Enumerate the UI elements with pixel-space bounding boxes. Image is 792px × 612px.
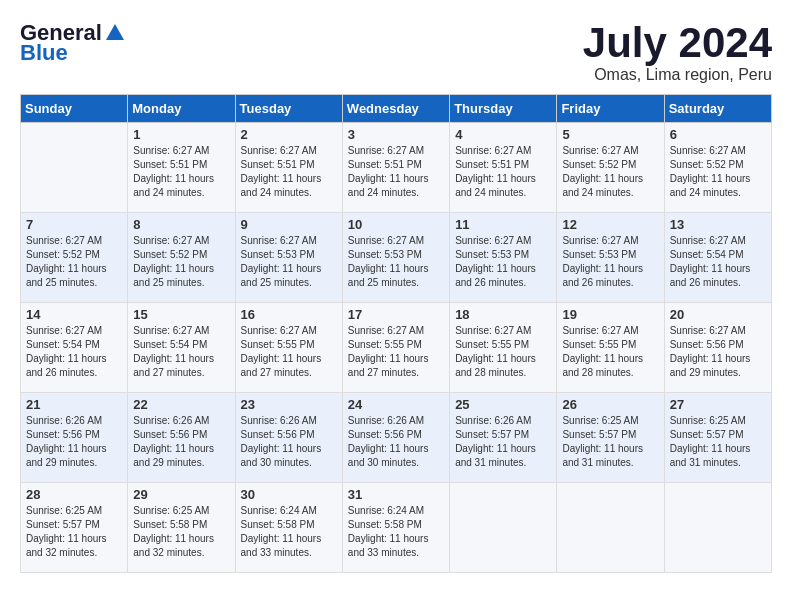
day-number: 28 bbox=[26, 487, 122, 502]
day-number: 17 bbox=[348, 307, 444, 322]
day-info: Sunrise: 6:25 AM Sunset: 5:57 PM Dayligh… bbox=[670, 414, 766, 470]
day-info: Sunrise: 6:27 AM Sunset: 5:51 PM Dayligh… bbox=[348, 144, 444, 200]
day-number: 2 bbox=[241, 127, 337, 142]
day-number: 21 bbox=[26, 397, 122, 412]
day-info: Sunrise: 6:25 AM Sunset: 5:57 PM Dayligh… bbox=[26, 504, 122, 560]
calendar-cell bbox=[21, 123, 128, 213]
calendar-cell: 14Sunrise: 6:27 AM Sunset: 5:54 PM Dayli… bbox=[21, 303, 128, 393]
calendar-cell: 25Sunrise: 6:26 AM Sunset: 5:57 PM Dayli… bbox=[450, 393, 557, 483]
day-number: 11 bbox=[455, 217, 551, 232]
day-info: Sunrise: 6:27 AM Sunset: 5:54 PM Dayligh… bbox=[670, 234, 766, 290]
calendar-cell: 10Sunrise: 6:27 AM Sunset: 5:53 PM Dayli… bbox=[342, 213, 449, 303]
calendar-cell: 31Sunrise: 6:24 AM Sunset: 5:58 PM Dayli… bbox=[342, 483, 449, 573]
day-info: Sunrise: 6:26 AM Sunset: 5:56 PM Dayligh… bbox=[348, 414, 444, 470]
day-info: Sunrise: 6:24 AM Sunset: 5:58 PM Dayligh… bbox=[348, 504, 444, 560]
day-info: Sunrise: 6:26 AM Sunset: 5:56 PM Dayligh… bbox=[133, 414, 229, 470]
day-info: Sunrise: 6:27 AM Sunset: 5:52 PM Dayligh… bbox=[670, 144, 766, 200]
column-header-tuesday: Tuesday bbox=[235, 95, 342, 123]
calendar-body: 1Sunrise: 6:27 AM Sunset: 5:51 PM Daylig… bbox=[21, 123, 772, 573]
calendar-cell: 6Sunrise: 6:27 AM Sunset: 5:52 PM Daylig… bbox=[664, 123, 771, 213]
column-header-saturday: Saturday bbox=[664, 95, 771, 123]
calendar-cell: 3Sunrise: 6:27 AM Sunset: 5:51 PM Daylig… bbox=[342, 123, 449, 213]
day-info: Sunrise: 6:27 AM Sunset: 5:53 PM Dayligh… bbox=[562, 234, 658, 290]
day-info: Sunrise: 6:27 AM Sunset: 5:52 PM Dayligh… bbox=[562, 144, 658, 200]
calendar-cell: 15Sunrise: 6:27 AM Sunset: 5:54 PM Dayli… bbox=[128, 303, 235, 393]
calendar-week-row: 14Sunrise: 6:27 AM Sunset: 5:54 PM Dayli… bbox=[21, 303, 772, 393]
calendar-cell: 12Sunrise: 6:27 AM Sunset: 5:53 PM Dayli… bbox=[557, 213, 664, 303]
day-info: Sunrise: 6:27 AM Sunset: 5:51 PM Dayligh… bbox=[241, 144, 337, 200]
calendar-cell: 19Sunrise: 6:27 AM Sunset: 5:55 PM Dayli… bbox=[557, 303, 664, 393]
calendar-cell: 20Sunrise: 6:27 AM Sunset: 5:56 PM Dayli… bbox=[664, 303, 771, 393]
calendar-cell: 29Sunrise: 6:25 AM Sunset: 5:58 PM Dayli… bbox=[128, 483, 235, 573]
day-number: 26 bbox=[562, 397, 658, 412]
title-block: July 2024 Omas, Lima region, Peru bbox=[583, 20, 772, 84]
column-header-monday: Monday bbox=[128, 95, 235, 123]
day-number: 9 bbox=[241, 217, 337, 232]
calendar-cell: 26Sunrise: 6:25 AM Sunset: 5:57 PM Dayli… bbox=[557, 393, 664, 483]
day-number: 25 bbox=[455, 397, 551, 412]
page-header: General Blue July 2024 Omas, Lima region… bbox=[20, 20, 772, 84]
day-number: 19 bbox=[562, 307, 658, 322]
column-header-sunday: Sunday bbox=[21, 95, 128, 123]
calendar-cell: 28Sunrise: 6:25 AM Sunset: 5:57 PM Dayli… bbox=[21, 483, 128, 573]
calendar-table: SundayMondayTuesdayWednesdayThursdayFrid… bbox=[20, 94, 772, 573]
day-number: 3 bbox=[348, 127, 444, 142]
calendar-week-row: 7Sunrise: 6:27 AM Sunset: 5:52 PM Daylig… bbox=[21, 213, 772, 303]
day-number: 30 bbox=[241, 487, 337, 502]
calendar-cell: 8Sunrise: 6:27 AM Sunset: 5:52 PM Daylig… bbox=[128, 213, 235, 303]
day-number: 10 bbox=[348, 217, 444, 232]
day-number: 4 bbox=[455, 127, 551, 142]
calendar-cell: 11Sunrise: 6:27 AM Sunset: 5:53 PM Dayli… bbox=[450, 213, 557, 303]
day-info: Sunrise: 6:27 AM Sunset: 5:53 PM Dayligh… bbox=[455, 234, 551, 290]
day-number: 13 bbox=[670, 217, 766, 232]
location: Omas, Lima region, Peru bbox=[583, 66, 772, 84]
calendar-cell: 7Sunrise: 6:27 AM Sunset: 5:52 PM Daylig… bbox=[21, 213, 128, 303]
month-title: July 2024 bbox=[583, 20, 772, 66]
day-number: 6 bbox=[670, 127, 766, 142]
calendar-cell: 18Sunrise: 6:27 AM Sunset: 5:55 PM Dayli… bbox=[450, 303, 557, 393]
day-number: 5 bbox=[562, 127, 658, 142]
column-header-wednesday: Wednesday bbox=[342, 95, 449, 123]
logo-blue: Blue bbox=[20, 40, 68, 66]
day-info: Sunrise: 6:27 AM Sunset: 5:52 PM Dayligh… bbox=[26, 234, 122, 290]
column-header-friday: Friday bbox=[557, 95, 664, 123]
calendar-week-row: 1Sunrise: 6:27 AM Sunset: 5:51 PM Daylig… bbox=[21, 123, 772, 213]
calendar-cell: 17Sunrise: 6:27 AM Sunset: 5:55 PM Dayli… bbox=[342, 303, 449, 393]
calendar-cell: 9Sunrise: 6:27 AM Sunset: 5:53 PM Daylig… bbox=[235, 213, 342, 303]
calendar-week-row: 28Sunrise: 6:25 AM Sunset: 5:57 PM Dayli… bbox=[21, 483, 772, 573]
calendar-cell: 13Sunrise: 6:27 AM Sunset: 5:54 PM Dayli… bbox=[664, 213, 771, 303]
calendar-cell: 1Sunrise: 6:27 AM Sunset: 5:51 PM Daylig… bbox=[128, 123, 235, 213]
day-info: Sunrise: 6:27 AM Sunset: 5:53 PM Dayligh… bbox=[348, 234, 444, 290]
calendar-cell: 30Sunrise: 6:24 AM Sunset: 5:58 PM Dayli… bbox=[235, 483, 342, 573]
calendar-cell: 5Sunrise: 6:27 AM Sunset: 5:52 PM Daylig… bbox=[557, 123, 664, 213]
day-number: 23 bbox=[241, 397, 337, 412]
day-info: Sunrise: 6:26 AM Sunset: 5:56 PM Dayligh… bbox=[241, 414, 337, 470]
calendar-cell bbox=[664, 483, 771, 573]
day-info: Sunrise: 6:27 AM Sunset: 5:55 PM Dayligh… bbox=[455, 324, 551, 380]
svg-marker-0 bbox=[106, 24, 124, 40]
day-info: Sunrise: 6:27 AM Sunset: 5:54 PM Dayligh… bbox=[26, 324, 122, 380]
day-info: Sunrise: 6:27 AM Sunset: 5:55 PM Dayligh… bbox=[241, 324, 337, 380]
day-number: 7 bbox=[26, 217, 122, 232]
day-number: 31 bbox=[348, 487, 444, 502]
day-number: 22 bbox=[133, 397, 229, 412]
day-info: Sunrise: 6:27 AM Sunset: 5:55 PM Dayligh… bbox=[562, 324, 658, 380]
day-info: Sunrise: 6:27 AM Sunset: 5:51 PM Dayligh… bbox=[455, 144, 551, 200]
day-info: Sunrise: 6:27 AM Sunset: 5:52 PM Dayligh… bbox=[133, 234, 229, 290]
day-number: 16 bbox=[241, 307, 337, 322]
day-info: Sunrise: 6:24 AM Sunset: 5:58 PM Dayligh… bbox=[241, 504, 337, 560]
day-number: 27 bbox=[670, 397, 766, 412]
calendar-header-row: SundayMondayTuesdayWednesdayThursdayFrid… bbox=[21, 95, 772, 123]
day-number: 29 bbox=[133, 487, 229, 502]
column-header-thursday: Thursday bbox=[450, 95, 557, 123]
day-number: 14 bbox=[26, 307, 122, 322]
day-info: Sunrise: 6:27 AM Sunset: 5:54 PM Dayligh… bbox=[133, 324, 229, 380]
calendar-cell: 22Sunrise: 6:26 AM Sunset: 5:56 PM Dayli… bbox=[128, 393, 235, 483]
calendar-cell: 16Sunrise: 6:27 AM Sunset: 5:55 PM Dayli… bbox=[235, 303, 342, 393]
day-info: Sunrise: 6:27 AM Sunset: 5:56 PM Dayligh… bbox=[670, 324, 766, 380]
day-info: Sunrise: 6:25 AM Sunset: 5:58 PM Dayligh… bbox=[133, 504, 229, 560]
day-number: 18 bbox=[455, 307, 551, 322]
calendar-week-row: 21Sunrise: 6:26 AM Sunset: 5:56 PM Dayli… bbox=[21, 393, 772, 483]
day-info: Sunrise: 6:26 AM Sunset: 5:57 PM Dayligh… bbox=[455, 414, 551, 470]
day-info: Sunrise: 6:26 AM Sunset: 5:56 PM Dayligh… bbox=[26, 414, 122, 470]
